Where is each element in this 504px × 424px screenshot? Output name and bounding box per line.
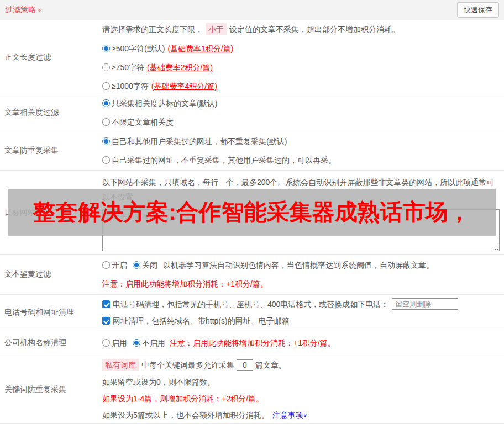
company-clean-cost-note: 注意：启用此功能将增加积分消耗：+1积分/篇。 [170,337,335,348]
blocked-domains-textarea[interactable] [102,209,500,251]
radio-company-off[interactable] [133,339,140,347]
relevance-option-strict: 只采集相关度达标的文章(默认) [102,98,500,109]
keyword-note-five: 如果设为5篇或以上，也不会额外增加积分消耗。 注意事项 » [102,410,500,421]
notice-link[interactable]: 注意事项 » [272,410,307,421]
dedup-option-global: 自己和其他用户采集过的网址，都不重复采集(默认) [102,136,500,147]
checkbox-label: 电话号码清理，包括常见的手机号、座机号、400电话格式，或替换成如下电话： [113,299,389,310]
row-relevance-filter: 文章相关度过滤 只采集相关度达标的文章(默认) 不限定文章相关度 [0,94,504,131]
keyword-limit-input[interactable] [237,359,253,371]
length-option-750: ≥750字符 (基础费率2积分/篇) [102,62,500,73]
fee-note: (基础费率2积分/篇) [147,62,213,73]
keyword-note-cost: 如果设为1-4篇，则增加积分消耗：+2积分/篇。 [102,393,500,404]
radio-porn-on[interactable] [102,261,110,269]
fee-note: (基础费率4积分/篇) [151,81,217,92]
radio-label: 自己和其他用户采集过的网址，都不重复采集(默认) [112,136,287,147]
row-dedup-collection: 文章防重复采集 自己和其他用户采集过的网址，都不重复采集(默认) 自己采集过的网… [0,131,504,171]
row-label: 文章防重复采集 [0,131,102,170]
row-body-length-filter: 正文长度过滤 请选择需求的正文长度下限， 小于 设定值的文章不采集，超出部分不增… [0,20,504,94]
row-label: 文章相关度过滤 [0,94,102,131]
checkbox-label: 网址清理，包括纯域名、带http(s)的网址、电子邮箱 [113,315,290,326]
relevance-option-any: 不限定文章相关度 [102,116,500,128]
row-company-clean: 公司机构名称清理 启用 不启用 注意：启用此功能将增加积分消耗：+1积分/篇。 [0,330,504,356]
row-label: 电话号码和网址清理 [0,295,102,330]
dedup-option-self: 自己采集过的网址，不重复采集，其他用户采集过的，可以再采。 [102,155,500,166]
private-lexicon-tag: 私有词库 [102,359,139,371]
radio-1000-chars[interactable] [102,82,110,90]
chevron-down-icon: » [302,414,308,417]
radio-label: 不启用 [142,337,165,348]
phone-clean-checkbox[interactable] [102,300,110,308]
row-keyword-dedup: 关键词防重复采集 私有词库 中每个关键词最多允许采集 篇文章。 如果留空或设为0… [0,356,504,424]
keyword-limit-text: 中每个关键词最多允许采集 [141,359,234,370]
radio-500-chars[interactable] [102,45,110,52]
keyword-limit-text-end: 篇文章。 [255,359,286,370]
radio-porn-off[interactable] [133,261,140,269]
radio-label: ≥750字符 [112,62,144,73]
fee-note: (基础费率1积分/篇) [167,43,233,54]
length-filter-description: 请选择需求的正文长度下限， 小于 设定值的文章不采集，超出部分不增加积分消耗。 [102,23,500,35]
radio-label: 开启 [112,259,127,271]
length-option-1000: ≥1000字符 (基础费率4积分/篇) [102,81,500,92]
radio-relevance-strict[interactable] [102,99,110,107]
radio-company-on[interactable] [102,339,110,347]
url-clean-checkbox[interactable] [102,317,110,325]
filter-strategy-header: 过滤策略 » 快速保存 [0,0,504,20]
porn-filter-cost-note: 注意：启用此功能将增加积分消耗：+1积分/篇。 [102,278,500,289]
less-than-tag: 小于 [206,23,227,35]
company-clean-options: 启用 不启用 注意：启用此功能将增加积分消耗：+1积分/篇。 [102,337,500,348]
target-site-description: 以下网站不采集，只填域名，每行一个，最多200个。系统会自动识别并屏蔽那些非文章… [102,175,500,205]
url-clean-line: 网址清理，包括纯域名、带http(s)的网址、电子邮箱 [102,315,500,326]
replacement-phone-input[interactable] [392,298,458,310]
radio-dedup-self[interactable] [102,156,110,164]
row-porn-filter: 文本鉴黄过滤 开启 关闭 以机器学习算法自动识别色情内容，当色情概率达到系统阈值… [0,255,504,295]
keyword-limit-line: 私有词库 中每个关键词最多允许采集 篇文章。 [102,359,500,371]
row-label: 目标网站过滤 [0,171,102,254]
row-label: 正文长度过滤 [0,20,102,94]
quick-save-button[interactable]: 快速保存 [457,2,499,18]
row-phone-url-clean: 电话号码和网址清理 电话号码清理，包括常见的手机号、座机号、400电话格式，或替… [0,295,504,330]
radio-label: ≥500字符(默认) [112,43,165,54]
collapse-section-icon[interactable]: » [36,8,43,12]
row-label: 文本鉴黄过滤 [0,255,102,294]
radio-label: 不限定文章相关度 [112,116,174,128]
keyword-note-zero: 如果留空或设为0，则不限篇数。 [102,377,500,388]
page-title[interactable]: 过滤策略 » [5,5,42,15]
porn-filter-options: 开启 关闭 以机器学习算法自动识别色情内容，当色情概率达到系统阈值，自动屏蔽文章… [102,259,500,271]
radio-dedup-global[interactable] [102,137,110,145]
radio-relevance-any[interactable] [102,118,110,126]
row-label: 公司机构名称清理 [0,330,102,356]
desc-text: 请选择需求的正文长度下限， [102,24,203,35]
page-title-text: 过滤策略 [5,5,36,15]
desc-text: 设定值的文章不采集，超出部分不增加积分消耗。 [229,24,400,35]
radio-label: 关闭 [142,259,158,271]
length-option-500: ≥500字符(默认) (基础费率1积分/篇) [102,43,500,54]
radio-750-chars[interactable] [102,63,110,71]
radio-label: ≥1000字符 [112,81,149,92]
porn-filter-description: 以机器学习算法自动识别色情内容，当色情概率达到系统阈值，自动屏蔽文章。 [163,259,434,271]
row-target-site-filter: 目标网站过滤 以下网站不采集，只填域名，每行一个，最多200个。系统会自动识别并… [0,171,504,255]
keyword-note-five-text: 如果设为5篇或以上，也不会额外增加积分消耗。 [102,410,269,421]
radio-label: 自己采集过的网址，不重复采集，其他用户采集过的，可以再采。 [112,155,336,166]
row-label: 关键词防重复采集 [0,356,102,423]
radio-label: 只采集相关度达标的文章(默认) [112,98,217,109]
radio-label: 启用 [112,337,127,348]
notice-link-text: 注意事项 [272,410,303,421]
phone-clean-line: 电话号码清理，包括常见的手机号、座机号、400电话格式，或替换成如下电话： [102,298,500,310]
